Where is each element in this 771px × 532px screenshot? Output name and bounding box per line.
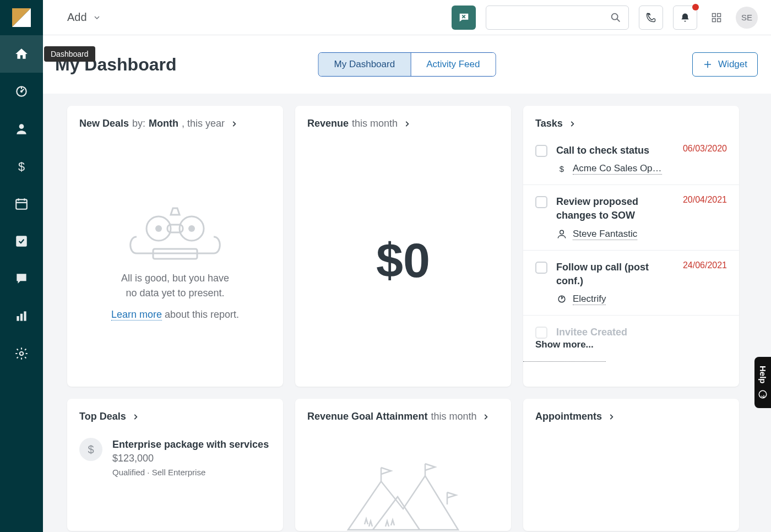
task-row[interactable]: Call to check status $ Acme Co Sales Op……: [523, 134, 739, 184]
plus-icon: [703, 59, 713, 69]
task-row[interactable]: Review proposed changes to SOW Steve Fan…: [523, 184, 739, 249]
svg-rect-8: [17, 316, 19, 321]
user-avatar[interactable]: SE: [736, 7, 758, 29]
task-checkbox[interactable]: [535, 262, 547, 274]
sidebar-item-dashboard[interactable]: Dashboard: [0, 35, 43, 73]
svg-text:$: $: [560, 164, 564, 173]
task-title: Invitee Created: [556, 325, 727, 339]
call-button[interactable]: [639, 6, 663, 30]
dollar-icon: $: [14, 159, 29, 173]
view-tabs: My Dashboard Activity Feed: [318, 52, 496, 77]
svg-rect-7: [16, 236, 27, 247]
check-square-icon: [14, 234, 29, 248]
learn-more-link[interactable]: Learn more: [111, 309, 162, 321]
task-row[interactable]: Invitee Created: [523, 315, 739, 343]
sidebar-item-deals[interactable]: $: [0, 148, 43, 185]
chevron-right-icon: [132, 413, 139, 421]
notification-dot: [692, 4, 699, 10]
card-header-revenue[interactable]: Revenue this month: [295, 106, 511, 134]
task-checkbox[interactable]: [535, 327, 547, 339]
sidebar-item-tasks[interactable]: [0, 222, 43, 260]
chevron-right-icon: [568, 120, 576, 128]
card-revenue: Revenue this month $0: [295, 106, 511, 387]
tooltip-dashboard: Dashboard: [44, 46, 95, 62]
tab-activity-feed[interactable]: Activity Feed: [410, 53, 495, 76]
help-tab[interactable]: Help ?: [754, 357, 771, 408]
card-appointments: Appointments: [523, 399, 739, 531]
task-related[interactable]: Steve Fantastic: [556, 229, 674, 240]
svg-rect-10: [24, 311, 26, 321]
calendar-icon: [14, 197, 29, 211]
search-icon: [610, 12, 622, 24]
svg-point-12: [612, 13, 618, 19]
page-header: My Dashboard My Dashboard Activity Feed …: [43, 35, 771, 94]
card-top-deals: Top Deals $ Enterprise package with serv…: [67, 399, 283, 531]
add-widget-button[interactable]: Widget: [692, 52, 758, 77]
apps-button[interactable]: [707, 8, 726, 27]
sidebar-item-calendar[interactable]: [0, 185, 43, 222]
svg-point-21: [155, 225, 162, 232]
card-tasks: Tasks Call to check status $ Acme Co Sal…: [523, 106, 739, 387]
task-title: Review proposed changes to SOW: [556, 195, 674, 222]
apps-grid-icon: [711, 12, 722, 23]
sidebar-item-comms[interactable]: [0, 260, 43, 297]
top-deal-row[interactable]: $ Enterprise package with services $123,…: [67, 427, 283, 477]
task-checkbox[interactable]: [535, 196, 547, 208]
sell-logo-icon: [12, 8, 31, 27]
card-header-appointments[interactable]: Appointments: [523, 399, 739, 427]
chevron-right-icon: [607, 413, 615, 421]
search-input[interactable]: [486, 6, 629, 30]
tasks-list: Call to check status $ Acme Co Sales Op……: [523, 134, 739, 343]
task-related[interactable]: Electrify: [556, 294, 674, 305]
task-row[interactable]: Follow up call (post conf.) Electrify 24…: [523, 250, 739, 315]
person-icon: [556, 229, 567, 240]
topbar: Add SE: [43, 0, 771, 35]
chevron-right-icon: [230, 120, 238, 128]
card-header-top-deals[interactable]: Top Deals: [67, 399, 283, 427]
person-icon: [14, 122, 29, 136]
svg-text:?: ?: [760, 394, 766, 398]
revenue-value: $0: [295, 134, 511, 387]
sidebar-item-contacts[interactable]: [0, 110, 43, 148]
add-dropdown[interactable]: Add: [67, 11, 101, 24]
mountain-flags-icon: [343, 459, 464, 531]
target-icon: [14, 84, 29, 99]
show-more-link[interactable]: Show more...: [523, 339, 606, 362]
task-date: 06/03/2020: [683, 144, 727, 175]
chevron-down-icon: [93, 13, 101, 22]
new-deals-empty-state: All is good, but you have no data yet to…: [67, 134, 283, 387]
add-label: Add: [67, 11, 87, 24]
tab-my-dashboard[interactable]: My Dashboard: [319, 53, 411, 76]
sidebar-item-reports[interactable]: [0, 297, 43, 335]
card-header-tasks[interactable]: Tasks: [523, 106, 739, 134]
chat-icon: [14, 272, 29, 286]
dollar-icon: $: [79, 438, 102, 461]
pinned-message-button[interactable]: [452, 6, 476, 30]
svg-point-22: [188, 225, 195, 232]
task-related[interactable]: $ Acme Co Sales Op…: [556, 163, 674, 175]
task-checkbox[interactable]: [535, 145, 547, 157]
bar-chart-icon: [14, 309, 29, 323]
appointments-title: Appointments: [535, 411, 602, 422]
sidebar-item-leads[interactable]: [0, 73, 43, 110]
chevron-right-icon: [403, 120, 411, 128]
revenue-goal-illustration: [295, 427, 511, 531]
gear-icon: [14, 346, 29, 361]
home-icon: [14, 47, 29, 61]
card-new-deals: New Deals by: Month , this year Al: [67, 106, 283, 387]
lead-icon: [556, 294, 567, 305]
svg-rect-6: [16, 199, 27, 209]
message-close-icon: [458, 12, 470, 24]
card-header-revenue-goal[interactable]: Revenue Goal Attainment this month: [295, 399, 511, 427]
brand-logo[interactable]: [0, 0, 43, 35]
sidebar: Dashboard $: [0, 0, 43, 532]
notifications-button[interactable]: [673, 6, 697, 30]
svg-point-24: [560, 230, 564, 234]
phone-icon: [645, 12, 656, 23]
task-date: 20/04/2021: [683, 195, 727, 240]
sidebar-item-settings[interactable]: [0, 335, 43, 372]
help-circle-icon: ?: [758, 389, 768, 399]
revenue-goal-title: Revenue Goal Attainment: [307, 411, 427, 422]
svg-point-3: [20, 90, 23, 93]
card-header-new-deals[interactable]: New Deals by: Month , this year: [67, 106, 283, 134]
